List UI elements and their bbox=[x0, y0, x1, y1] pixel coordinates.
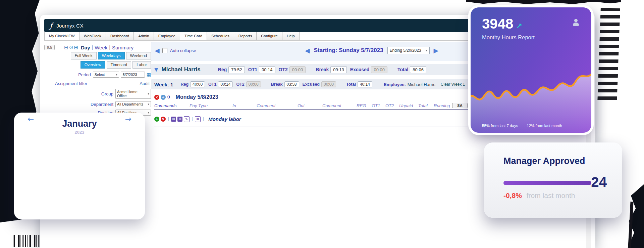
field-value[interactable]: 00:00 bbox=[246, 81, 261, 87]
stage: ƒ Journyx CX My ClockVIEWWebClockDashboa… bbox=[0, 0, 644, 248]
barcode-decoration bbox=[13, 235, 44, 247]
airplane-icon[interactable]: ✈ bbox=[167, 94, 171, 100]
menu-tab-help[interactable]: Help bbox=[282, 32, 300, 40]
chevron-down-icon: ▾ bbox=[148, 92, 149, 95]
field-value[interactable]: 40:00 bbox=[190, 81, 205, 87]
field-value[interactable]: 03:58 bbox=[284, 81, 299, 87]
menu-tab-webclock[interactable]: WebClock bbox=[79, 32, 106, 40]
menu-tab-my-clockview[interactable]: My ClockVIEW bbox=[44, 32, 79, 40]
tab-overview[interactable]: Overview bbox=[80, 61, 105, 69]
expand-icon[interactable]: ⊞ bbox=[74, 44, 79, 50]
view-week-link[interactable]: Week bbox=[95, 45, 107, 50]
field-value[interactable]: 00:00 bbox=[289, 66, 306, 73]
radio-icon[interactable]: ⊙ bbox=[69, 44, 74, 50]
pen-purple-icon[interactable]: ✎ bbox=[184, 116, 190, 122]
field-label: Reg bbox=[180, 82, 189, 87]
audit-link[interactable]: Audit bbox=[140, 81, 150, 86]
view-summary-link[interactable]: Summary bbox=[112, 45, 133, 50]
group-select[interactable]: Acme Home Office▾ bbox=[115, 89, 151, 99]
x-red-icon[interactable]: × bbox=[154, 95, 159, 100]
approved-progress-fill bbox=[503, 181, 591, 185]
department-select[interactable]: All Departments▾ bbox=[115, 101, 151, 107]
field-label: OT1 bbox=[208, 82, 216, 87]
tab-full-week[interactable]: Full Week bbox=[71, 52, 97, 59]
view-separator: | bbox=[109, 45, 110, 50]
monthly-hours-card: 3948↗ Monthy Hours Report 55% from last … bbox=[471, 7, 591, 133]
menu-tab-dashboard[interactable]: Dashboard bbox=[106, 32, 134, 40]
calendar-icon[interactable]: ▦ bbox=[147, 72, 151, 77]
tab-weekdays[interactable]: Weekdays bbox=[98, 52, 125, 59]
clear-week-link[interactable]: Clear Week 1 bbox=[441, 82, 465, 87]
chevron-down-icon: ▾ bbox=[148, 102, 149, 106]
field-value[interactable]: 00:14 bbox=[259, 66, 275, 73]
sep-icon: | bbox=[192, 117, 193, 121]
period-date-input[interactable]: 5/7/2023 bbox=[121, 72, 145, 78]
journyx-logo-icon: ƒ bbox=[50, 22, 52, 30]
calendar-next-icon[interactable]: → bbox=[125, 115, 131, 123]
field-label: Total bbox=[346, 82, 356, 87]
field-value[interactable]: 00:14 bbox=[218, 81, 233, 87]
approved-delta: -0,8% from last month bbox=[503, 192, 575, 200]
assignment-filter-label: Assignment filter bbox=[55, 81, 87, 86]
approved-progress-track bbox=[503, 181, 591, 185]
calendar-prev-icon[interactable]: ← bbox=[28, 115, 34, 123]
field-label: Excused bbox=[303, 82, 320, 87]
attendance-col-pay-type: Pay Type bbox=[190, 103, 232, 108]
menu-tab-employee[interactable]: Employee bbox=[154, 32, 180, 40]
approved-value: 24 bbox=[591, 174, 607, 190]
calendar-year: 2023 bbox=[14, 130, 145, 135]
view-day-link[interactable]: Day bbox=[81, 45, 90, 50]
calendar-card: ← January 2023 → bbox=[14, 113, 145, 219]
sep-icon: | bbox=[203, 117, 204, 121]
field-value[interactable]: 40:14 bbox=[358, 81, 372, 87]
plus-green-icon[interactable]: + bbox=[154, 117, 159, 122]
tab-timecard[interactable]: Timecard bbox=[107, 61, 131, 69]
period-select[interactable]: Select▾ bbox=[93, 72, 119, 78]
attendance-col-reg: REG bbox=[357, 103, 372, 108]
collapse-employee-icon[interactable]: ▼ bbox=[154, 67, 158, 72]
tab-labor[interactable]: Labor bbox=[132, 61, 151, 69]
torn-streaks-right bbox=[597, 8, 620, 103]
calc-purple-icon[interactable]: ▦ bbox=[195, 116, 201, 122]
department-label: Department bbox=[44, 102, 113, 107]
menu-tab-time-card[interactable]: Time Card bbox=[180, 32, 207, 40]
menu-tab-reports[interactable]: Reports bbox=[234, 32, 257, 40]
zoom-level-box[interactable]: 9.5 bbox=[44, 45, 55, 50]
field-value[interactable]: 00:00 bbox=[371, 66, 387, 73]
tab-weekend[interactable]: Weekend bbox=[126, 52, 151, 59]
sq-b-icon[interactable]: ▥ bbox=[177, 117, 182, 122]
hours-value: 3948↗ bbox=[482, 17, 522, 31]
approved-delta-text: from last month bbox=[527, 192, 575, 199]
field-value[interactable]: 79:52 bbox=[228, 66, 245, 73]
menu-tab-configure[interactable]: Configure bbox=[257, 32, 282, 40]
field-label: OT2 bbox=[236, 82, 244, 87]
hours-label: Monthy Hours Report bbox=[482, 34, 535, 41]
collapse-panel-button[interactable]: ◀ bbox=[155, 47, 160, 54]
attendance-col-out: Out bbox=[298, 103, 322, 108]
ending-date-select[interactable]: Ending 5/20/2023▾ bbox=[387, 47, 430, 54]
hours-stat-month: 12% from last month bbox=[527, 124, 562, 128]
zoom-control-icons[interactable]: ⊟⊙⊞ bbox=[64, 44, 79, 50]
prev-period-button[interactable]: ◀ bbox=[305, 47, 310, 54]
chevron-down-icon: ▾ bbox=[426, 49, 427, 52]
auto-collapse-checkbox[interactable] bbox=[162, 48, 167, 53]
torn-edge-bottom-right bbox=[622, 184, 644, 248]
attendance-col-ot2: OT2 bbox=[385, 103, 399, 108]
attendance-col-unpaid: Unpaid bbox=[399, 103, 418, 108]
hours-sparkline bbox=[471, 47, 591, 133]
menu-tab-admin[interactable]: Admin bbox=[134, 32, 154, 40]
attendance-col-sa[interactable]: SA bbox=[452, 103, 468, 108]
employee-name: Michael Harris bbox=[162, 66, 201, 73]
x-red-icon[interactable]: × bbox=[161, 117, 166, 122]
plus-blue-icon[interactable]: + bbox=[161, 95, 166, 100]
chevron-down-icon: ▾ bbox=[116, 73, 117, 76]
starting-date-label: Starting: Sunday 5/7/2023 bbox=[314, 47, 383, 54]
menu-tab-schedules[interactable]: Schedules bbox=[207, 32, 234, 40]
field-value[interactable]: 09:13 bbox=[330, 66, 347, 73]
next-period-button[interactable]: ▶ bbox=[434, 47, 439, 54]
sq-a-icon[interactable]: ▤ bbox=[171, 117, 176, 122]
collapse-icon[interactable]: ⊟ bbox=[64, 44, 69, 50]
field-value[interactable]: 00:00 bbox=[321, 81, 336, 87]
field-value[interactable]: 80:06 bbox=[410, 66, 426, 73]
view-separator: | bbox=[92, 45, 93, 50]
